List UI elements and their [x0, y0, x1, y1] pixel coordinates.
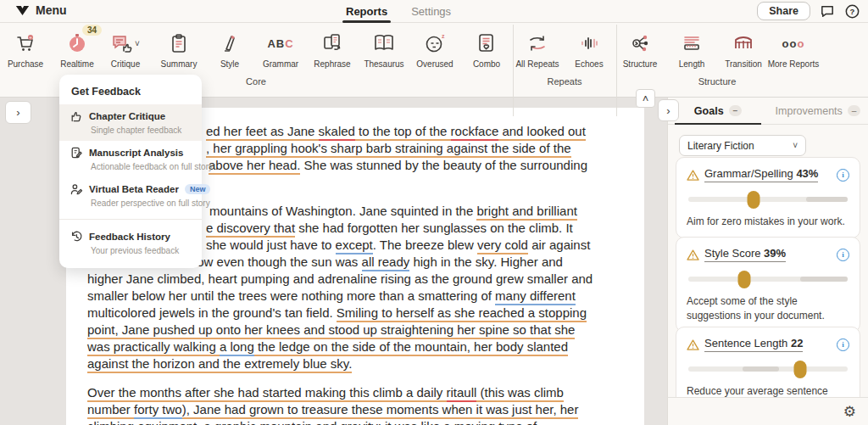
- genre-select[interactable]: Literary Fiction ˅: [679, 135, 806, 156]
- plain-text: . The breeze blew: [373, 238, 477, 252]
- info-icon[interactable]: i: [837, 249, 849, 261]
- slider-target-range: [800, 277, 848, 282]
- plain-text: climbing equipment, a graphic mountain a…: [87, 419, 537, 425]
- slider-knob[interactable]: [737, 271, 750, 288]
- document-text-line[interactable]: number forty two), Jane had grown to tre…: [87, 401, 578, 418]
- toolbar-group-label-repeats: Repeats: [548, 76, 582, 87]
- document-text-line[interactable]: point, Jane pushed up onto her knees and…: [87, 322, 575, 338]
- app-logo-icon: [15, 5, 30, 16]
- tab-reports[interactable]: Reports: [346, 0, 387, 23]
- document-text-line[interactable]: above her head. She was stunned by the b…: [209, 157, 587, 174]
- style-suggestion-text[interactable]: e discovery that: [206, 221, 295, 238]
- style-suggestion-text[interactable]: to the top of the: [355, 124, 451, 141]
- toolbar-item-more-reports[interactable]: oooMore Reports: [762, 30, 825, 69]
- style-suggestion-text[interactable]: above her head.: [209, 158, 300, 175]
- info-icon[interactable]: i: [837, 169, 849, 182]
- goal-description: Aim for zero mistakes in your work.: [687, 215, 849, 229]
- info-icon[interactable]: i: [837, 338, 849, 351]
- top-menu-bar: Menu ReportsSettings Share ?: [0, 0, 868, 23]
- style-suggestion-text[interactable]: , her grappling hook's sharp barb strain…: [206, 141, 571, 158]
- dropdown-header: Get Feedback: [59, 83, 202, 104]
- document-text-line[interactable]: climbing equipment, a graphic mountain a…: [87, 418, 537, 425]
- share-button[interactable]: Share: [757, 2, 810, 20]
- sidebar-tab-goals[interactable]: Goals–: [668, 98, 768, 124]
- document-text-line[interactable]: multicolored jewels in the ground's tan …: [87, 305, 587, 322]
- word-choice-suggestion-text[interactable]: a long: [220, 339, 254, 356]
- document-text-line[interactable]: smaller below her until the trees were n…: [87, 288, 576, 305]
- dropdown-item-virtual-beta-reader[interactable]: Virtual Beta ReaderNewReader perspective…: [59, 177, 202, 214]
- style-suggestion-text[interactable]: bright and brilliant: [476, 204, 576, 221]
- chevron-down-icon: ˅: [135, 39, 140, 48]
- style-suggestion-text[interactable]: was practically walking: [87, 339, 220, 356]
- menu-label: Menu: [36, 3, 67, 17]
- slider-knob[interactable]: [748, 191, 760, 209]
- word-choice-suggestion-text[interactable]: forty two: [134, 402, 182, 419]
- style-suggestion-text[interactable]: against the horizon and the extremely bl…: [87, 356, 352, 373]
- document-text-line[interactable]: she would just have to except. The breez…: [206, 237, 590, 254]
- document-text-line[interactable]: mountains of Washington. Jane squinted i…: [209, 203, 577, 220]
- left-panel-expand-button[interactable]: ›: [5, 101, 31, 124]
- ruler-icon: [681, 32, 703, 54]
- document-text-line[interactable]: ed her feet as Jane skaled to the top of…: [206, 123, 586, 140]
- toolbar-group-label-structure: Structure: [698, 76, 737, 87]
- style-suggestion-text[interactable]: ed her feet as Jane: [206, 124, 319, 141]
- word-choice-suggestion-text[interactable]: many different: [495, 288, 576, 305]
- style-suggestion-text[interactable]: number: [87, 402, 134, 419]
- genre-select-value: Literary Fiction: [687, 140, 754, 152]
- dropdown-item-title: Virtual Beta Reader: [89, 184, 179, 194]
- style-suggestion-text[interactable]: and looked out: [498, 124, 586, 141]
- document-text-line[interactable]: higher Jane climbed, heart pumping and a…: [87, 271, 593, 288]
- goal-value: 39%: [764, 247, 786, 260]
- document-text-line[interactable]: against the horizon and the extremely bl…: [87, 355, 352, 372]
- rephrase-icon: [321, 32, 343, 54]
- document-text-line[interactable]: was practically walking a long the ledge…: [87, 338, 568, 355]
- style-suggestion-text[interactable]: (this was climb: [476, 385, 564, 402]
- goal-slider[interactable]: [688, 361, 848, 377]
- sleepy-face-icon: z: [424, 32, 446, 54]
- plain-text: she had forgotten her sunglasses on the …: [295, 221, 573, 235]
- plain-text: air against: [528, 238, 590, 252]
- word-choice-suggestion-text[interactable]: except: [336, 238, 373, 254]
- spelling-error-text[interactable]: skaled: [319, 124, 355, 141]
- sidebar-tab-improvements[interactable]: Improvements–: [768, 98, 868, 124]
- sidebar-tab-label: Goals: [694, 105, 724, 117]
- app-menu[interactable]: Menu: [15, 3, 67, 17]
- goal-slider[interactable]: [688, 271, 848, 288]
- sidebar-footer: ⚙: [667, 397, 868, 425]
- loop-arrows-icon: [526, 32, 548, 54]
- goal-title: Grammar/Spelling: [704, 167, 793, 180]
- settings-gear-icon[interactable]: ⚙: [843, 403, 856, 421]
- sidebar-collapse-button[interactable]: ›: [658, 99, 679, 121]
- dots-icon: ooo: [782, 37, 805, 50]
- goal-value: 22: [791, 337, 803, 350]
- document-text-line[interactable]: e discovery that she had forgotten her s…: [206, 220, 573, 237]
- style-suggestion-text[interactable]: ), Jane had grown to treasure these mome…: [182, 402, 579, 419]
- book-icon: [373, 32, 395, 54]
- tab-settings[interactable]: Settings: [411, 0, 451, 23]
- document-text-line[interactable]: Over the months after she had started ma…: [87, 384, 564, 401]
- dropdown-item-title: Feedback History: [89, 232, 170, 242]
- dropdown-item-manuscript-analysis[interactable]: Manuscript AnalysisActionable feedback o…: [59, 141, 202, 177]
- style-suggestion-text[interactable]: very cold: [477, 238, 528, 254]
- style-suggestion-text[interactable]: Over the months after she had started ma…: [87, 385, 447, 402]
- sidebar-tabs: Goals–Improvements–: [668, 98, 868, 125]
- dropdown-item-subtitle: Your previous feedback: [91, 246, 192, 255]
- toolbar-collapse-button[interactable]: ˄: [636, 89, 655, 108]
- spelling-error-text[interactable]: rockface: [451, 124, 499, 141]
- style-suggestion-text[interactable]: Smiling to herself as she reached a stop…: [337, 305, 587, 322]
- dropdown-item-feedback-history[interactable]: Feedback HistoryYour previous feedback: [59, 225, 202, 261]
- goal-slider[interactable]: [688, 191, 848, 208]
- slider-knob[interactable]: [793, 361, 806, 378]
- document-text-line[interactable]: , her grappling hook's sharp barb strain…: [206, 140, 571, 157]
- spelling-error-text[interactable]: ritaull: [447, 385, 477, 402]
- svg-text:z: z: [442, 33, 445, 39]
- dropdown-item-chapter-critique[interactable]: Chapter CritiqueSingle chapter feedback: [59, 104, 202, 141]
- feedback-chat-icon[interactable]: [820, 3, 835, 19]
- word-choice-suggestion-text[interactable]: all ready: [362, 254, 410, 271]
- tab-count-badge: –: [848, 105, 861, 116]
- sidebar-tab-label: Improvements: [776, 105, 843, 117]
- abc-icon: ABC: [267, 37, 293, 50]
- style-suggestion-text[interactable]: point, Jane pushed up onto her knees and…: [87, 322, 575, 339]
- help-icon[interactable]: ?: [844, 3, 860, 19]
- style-suggestion-text[interactable]: the ledge on the side of the mountain, h…: [254, 339, 568, 356]
